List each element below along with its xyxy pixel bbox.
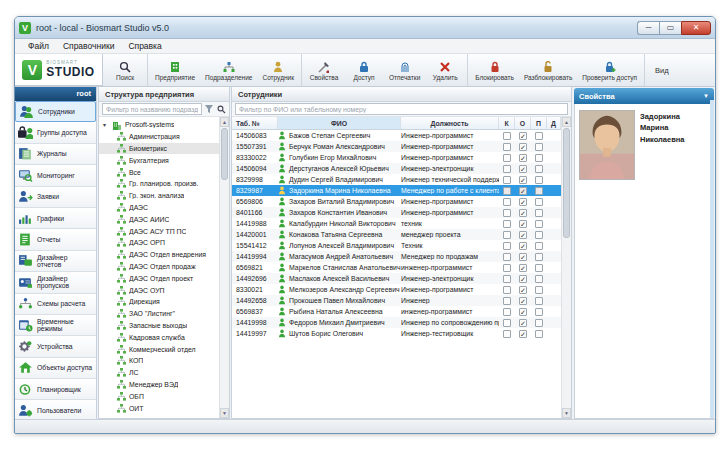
checkbox[interactable] <box>503 231 511 239</box>
scroll-down-icon[interactable]: ▼ <box>562 408 571 418</box>
checkbox[interactable] <box>503 165 511 173</box>
funnel-icon[interactable] <box>204 104 214 114</box>
checkbox[interactable] <box>535 154 543 162</box>
checkbox[interactable] <box>535 330 543 338</box>
checkbox[interactable]: ✓ <box>519 242 527 250</box>
checkbox[interactable] <box>535 308 543 316</box>
tree-node[interactable]: Администрация <box>99 131 219 143</box>
checkbox[interactable] <box>535 297 543 305</box>
sidebar-item-report-designer[interactable]: Дизайнер отчетов <box>15 251 96 272</box>
checkbox[interactable] <box>503 154 511 162</box>
tree-node[interactable]: ДАЭС <box>99 202 219 214</box>
sidebar-item-devices[interactable]: Устройства <box>15 336 96 357</box>
scroll-up-icon[interactable]: ▲ <box>562 117 571 127</box>
table-row[interactable]: 14419988 Калабурдин Николай Викторович т… <box>232 218 561 229</box>
checkbox[interactable]: ✓ <box>519 330 527 338</box>
sidebar-item-access-objects[interactable]: Объекты доступа <box>15 358 96 379</box>
scroll-up-icon[interactable]: ▲ <box>220 117 229 127</box>
checkbox[interactable] <box>503 308 511 316</box>
sidebar-item-monitoring[interactable]: Мониторинг <box>15 165 96 186</box>
checkbox[interactable]: ✓ <box>519 308 527 316</box>
tree-node[interactable]: ОБП <box>99 390 219 402</box>
table-row[interactable]: 8330021 Мелкозеров Александр Сергеевич И… <box>232 284 561 295</box>
menu-Справочники[interactable]: Справочники <box>56 41 122 51</box>
column-header-2[interactable]: Должность <box>401 117 499 129</box>
checkbox[interactable]: ✓ <box>519 165 527 173</box>
checkbox[interactable] <box>535 176 543 184</box>
checkbox[interactable]: ✓ <box>519 297 527 305</box>
tree-node[interactable]: ДАЭС Отдел внедрения <box>99 249 219 261</box>
checkbox[interactable] <box>503 286 511 294</box>
checkbox[interactable] <box>535 319 543 327</box>
sidebar-item-users[interactable]: Пользователи <box>15 400 96 419</box>
table-row[interactable]: 14419998 Федоров Михаил Дмитриевич Инжен… <box>232 317 561 328</box>
table-row[interactable]: 14419994 Магасумов Андрей Анатольевич Ме… <box>232 251 561 262</box>
checkbox[interactable] <box>503 253 511 261</box>
checkbox[interactable]: ✓ <box>519 220 527 228</box>
table-row[interactable]: 6569806 Захаров Виталий Владимирович Инж… <box>232 196 561 207</box>
checkbox[interactable] <box>535 231 543 239</box>
scroll-down-icon[interactable]: ▼ <box>220 408 229 418</box>
sidebar-item-employees[interactable]: Сотрудники <box>15 101 96 122</box>
checkbox[interactable] <box>535 198 543 206</box>
table-row[interactable]: 83330022 Голубкин Егор Михайлович Инжене… <box>232 152 561 163</box>
checkbox[interactable] <box>503 209 511 217</box>
table-row[interactable]: 8329998 Дудин Сергей Владимирович Инжене… <box>232 174 561 185</box>
tree-node[interactable]: ДАЭС АИИС <box>99 213 219 225</box>
column-header-0[interactable]: Таб. № <box>232 117 278 129</box>
toolbar-button-check-access[interactable]: Проверить доступ <box>577 54 642 86</box>
tree-node[interactable]: ЗАО "Листинг" <box>99 308 219 320</box>
checkbox[interactable] <box>503 319 511 327</box>
properties-header[interactable]: Свойства ▼ <box>574 88 714 104</box>
expand-arrow-icon[interactable]: ▾ <box>103 121 109 128</box>
toolbar-button-delete[interactable]: Удалить <box>425 54 465 86</box>
tree-node[interactable]: Гр. планиров. произв. <box>99 178 219 190</box>
tree-node[interactable]: Дирекция <box>99 296 219 308</box>
checkbox[interactable] <box>503 275 511 283</box>
toolbar-button-search[interactable]: Поиск <box>105 54 145 86</box>
checkbox[interactable] <box>535 165 543 173</box>
tree-node[interactable]: ДАЭС Отдел продаж <box>99 261 219 273</box>
close-button[interactable]: ✕ <box>681 21 711 35</box>
tree-node[interactable]: Коммерческий отдел <box>99 343 219 355</box>
column-header-1[interactable]: ФИО <box>278 117 401 129</box>
sidebar-item-time-modes[interactable]: Временные режимы <box>15 315 96 336</box>
sidebar-item-reports[interactable]: Отчеты <box>15 229 96 250</box>
tree-filter-input[interactable] <box>102 103 202 115</box>
checkbox[interactable] <box>503 143 511 151</box>
checkbox[interactable] <box>503 187 511 195</box>
toolbar-button-unlock[interactable]: Разблокировать <box>519 54 577 86</box>
splitter-handle[interactable] <box>710 100 714 418</box>
checkbox[interactable] <box>503 330 511 338</box>
table-row[interactable]: 14492696 Маслаков Алексей Васильевич Инж… <box>232 273 561 284</box>
menu-Файл[interactable]: Файл <box>21 41 56 51</box>
tree-root-node[interactable]: ▾ Prosoft-systems <box>99 119 219 131</box>
column-header-5[interactable]: П <box>531 117 547 129</box>
tree-node[interactable]: Менеджер ВЭД <box>99 379 219 391</box>
checkbox[interactable] <box>503 297 511 305</box>
tree-node[interactable]: ДАЭС АСУ ТП ПС <box>99 225 219 237</box>
employees-scrollbar[interactable]: ▲ ▼ <box>561 117 571 418</box>
checkbox[interactable] <box>535 275 543 283</box>
tree-scrollbar[interactable]: ▲ ▼ <box>219 117 229 418</box>
checkbox[interactable] <box>535 220 543 228</box>
chevron-down-icon[interactable]: ▼ <box>703 93 709 99</box>
checkbox[interactable] <box>535 286 543 294</box>
tree-node[interactable]: ОИТ <box>99 402 219 414</box>
column-header-3[interactable]: К <box>499 117 515 129</box>
table-row[interactable]: 6569837 Рыбина Наталья Алексеевна инжене… <box>232 306 561 317</box>
tree-node[interactable]: ДАЭС ОУП <box>99 284 219 296</box>
checkbox[interactable] <box>503 198 511 206</box>
checkbox[interactable] <box>535 209 543 217</box>
checkbox[interactable]: ✓ <box>519 286 527 294</box>
maximize-button[interactable]: ▭ <box>659 21 681 35</box>
view-button[interactable]: Вид <box>645 54 679 86</box>
table-row[interactable]: 15541412 Лопунов Алексей Владимирович Те… <box>232 240 561 251</box>
column-header-4[interactable]: О <box>515 117 531 129</box>
checkbox[interactable]: ✓ <box>519 253 527 261</box>
sidebar-item-calc-schemes[interactable]: Схемы расчета <box>15 294 96 315</box>
tree-node[interactable]: Гр. экон. анализа <box>99 190 219 202</box>
sidebar-item-journals[interactable]: Журналы <box>15 144 96 165</box>
checkbox[interactable] <box>535 264 543 272</box>
toolbar-button-employee[interactable]: Сотрудник <box>257 54 299 86</box>
